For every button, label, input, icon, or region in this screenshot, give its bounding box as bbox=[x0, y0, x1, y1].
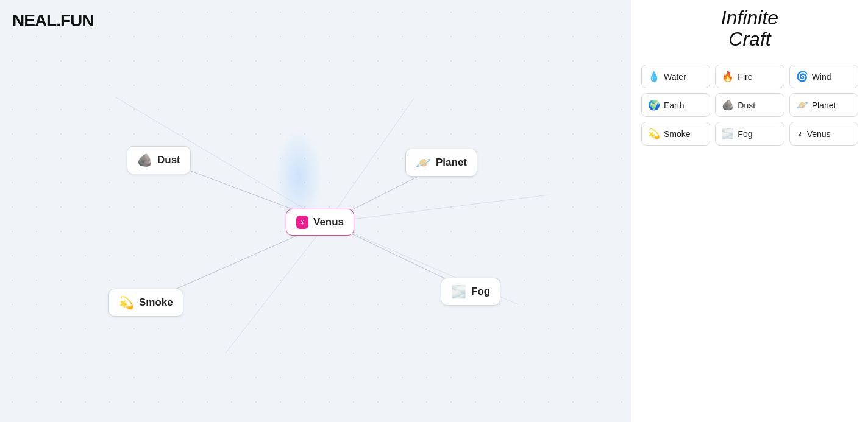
canvas-venus-emoji: ♀️ bbox=[296, 216, 308, 229]
svg-line-5 bbox=[327, 97, 414, 222]
sidebar-header: Infinite Craft bbox=[641, 7, 858, 55]
earth-emoji: 🌍 bbox=[648, 99, 660, 111]
canvas-fog-label: Fog bbox=[471, 286, 490, 298]
craft-canvas[interactable]: NEAL.FUN 🪨Dust🪐Planet♀️Venus💫Smoke🌫️Fog bbox=[0, 0, 631, 422]
water-label: Water bbox=[664, 72, 686, 82]
logo: NEAL.FUN bbox=[12, 11, 94, 30]
canvas-card-smoke[interactable]: 💫Smoke bbox=[108, 289, 183, 317]
fog-emoji: 🌫️ bbox=[722, 128, 734, 139]
canvas-smoke-emoji: 💫 bbox=[119, 295, 134, 310]
canvas-planet-label: Planet bbox=[436, 156, 467, 169]
water-emoji: 💧 bbox=[648, 71, 660, 82]
dust-emoji: 🪨 bbox=[722, 99, 734, 111]
sidebar-item-dust[interactable]: 🪨Dust bbox=[715, 93, 784, 117]
canvas-card-dust[interactable]: 🪨Dust bbox=[127, 146, 191, 174]
sidebar-item-fire[interactable]: 🔥Fire bbox=[715, 65, 784, 88]
fire-emoji: 🔥 bbox=[722, 71, 734, 82]
earth-label: Earth bbox=[664, 100, 684, 110]
sidebar-item-earth[interactable]: 🌍Earth bbox=[641, 93, 710, 117]
dust-label: Dust bbox=[738, 100, 755, 110]
app-title-line2: Craft bbox=[728, 28, 770, 50]
smoke-label: Smoke bbox=[664, 129, 691, 139]
sidebar-item-planet[interactable]: 🪐Planet bbox=[789, 93, 858, 117]
wind-label: Wind bbox=[812, 72, 831, 82]
app-title-line1: Infinite bbox=[721, 7, 778, 29]
venus-label: Venus bbox=[807, 129, 831, 139]
sidebar-item-venus[interactable]: ♀️Venus bbox=[789, 122, 858, 146]
elements-grid: 💧Water🔥Fire🌀Wind🌍Earth🪨Dust🪐Planet💫Smoke… bbox=[641, 65, 858, 146]
svg-line-6 bbox=[327, 195, 549, 222]
wind-emoji: 🌀 bbox=[796, 71, 808, 82]
fog-label: Fog bbox=[738, 129, 752, 139]
canvas-card-fog[interactable]: 🌫️Fog bbox=[441, 278, 500, 306]
svg-line-8 bbox=[226, 222, 327, 353]
fire-label: Fire bbox=[738, 72, 752, 82]
canvas-smoke-label: Smoke bbox=[139, 297, 173, 309]
sidebar: Infinite Craft 💧Water🔥Fire🌀Wind🌍Earth🪨Du… bbox=[631, 0, 868, 422]
canvas-dust-emoji: 🪨 bbox=[137, 153, 152, 167]
canvas-card-planet[interactable]: 🪐Planet bbox=[405, 149, 477, 177]
sidebar-item-smoke[interactable]: 💫Smoke bbox=[641, 122, 710, 146]
planet-label: Planet bbox=[812, 100, 836, 110]
sidebar-item-fog[interactable]: 🌫️Fog bbox=[715, 122, 784, 146]
app-title: Infinite Craft bbox=[641, 7, 858, 50]
planet-emoji: 🪐 bbox=[796, 99, 808, 111]
canvas-card-venus[interactable]: ♀️Venus bbox=[286, 209, 354, 236]
sidebar-item-wind[interactable]: 🌀Wind bbox=[789, 65, 858, 88]
sidebar-item-water[interactable]: 💧Water bbox=[641, 65, 710, 88]
venus-emoji: ♀️ bbox=[796, 128, 803, 139]
canvas-venus-label: Venus bbox=[313, 216, 344, 228]
smoke-emoji: 💫 bbox=[648, 128, 660, 139]
canvas-dust-label: Dust bbox=[157, 154, 180, 166]
canvas-planet-emoji: 🪐 bbox=[416, 155, 431, 170]
canvas-fog-emoji: 🌫️ bbox=[451, 284, 466, 299]
